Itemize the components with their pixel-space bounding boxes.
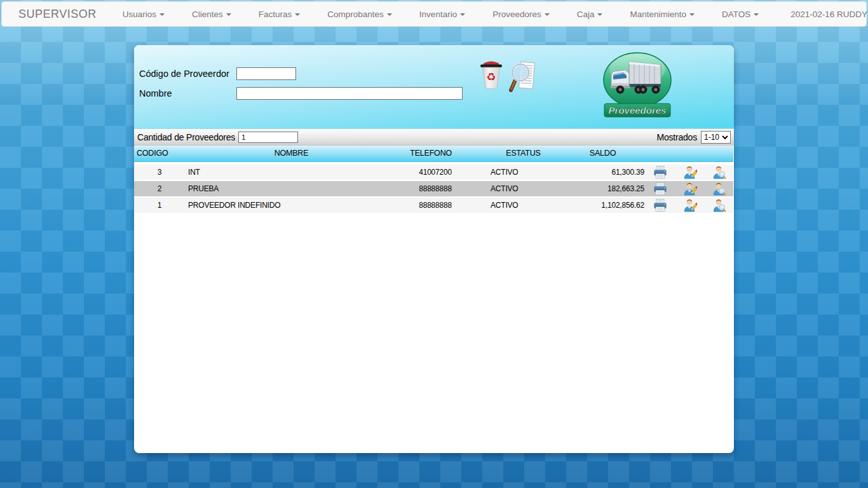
view-user-icon[interactable] <box>711 165 726 180</box>
nav-item-label: Usuarios <box>123 10 156 19</box>
codigo-input[interactable] <box>236 67 296 80</box>
cell-telefono: 88888888 <box>398 180 452 197</box>
nav-item-label: Comprobantes <box>327 10 384 19</box>
view-user-icon[interactable] <box>711 198 726 213</box>
header-saldo[interactable]: SALDO <box>560 146 646 161</box>
nav-item-caja[interactable]: Caja <box>567 10 613 19</box>
cantidad-label: Cantidad de Proveedores <box>137 132 235 142</box>
print-icon[interactable] <box>653 181 668 196</box>
edit-user-icon[interactable] <box>682 198 697 213</box>
header-actions <box>675 146 704 161</box>
cell-codigo: 1 <box>134 197 185 214</box>
cell-codigo: 3 <box>134 165 185 180</box>
table-header-row: CODIGO NOMBRE TELEFONO ESTATUS SALDO <box>134 146 733 161</box>
print-icon[interactable] <box>653 165 668 180</box>
nav-item-label: Proveedores <box>492 10 541 19</box>
header-gap <box>452 146 487 161</box>
chevron-down-icon <box>597 13 602 16</box>
header-actions <box>646 146 675 161</box>
cell-telefono: 88888888 <box>398 197 452 214</box>
cell-estatus: ACTIVO <box>487 197 560 214</box>
nav-item-datos[interactable]: DATOS <box>712 10 768 19</box>
nav-item-label: Mantenimiento <box>630 10 686 19</box>
user-menu[interactable]: 2021-02-16 RUDDY <box>776 10 868 19</box>
nav-item-label: Inventario <box>419 10 457 19</box>
top-navbar: SUPERVISOR Usuarios Clientes Facturas Co… <box>1 1 867 27</box>
cell-estatus: ACTIVO <box>487 165 560 180</box>
user-menu-label: 2021-02-16 RUDDY <box>790 10 867 19</box>
header-actions <box>704 146 733 161</box>
cell-estatus: ACTIVO <box>487 180 560 197</box>
cell-saldo: 61,300.39 <box>560 165 646 180</box>
mostrados-label: Mostrados <box>656 132 697 142</box>
edit-user-icon[interactable] <box>682 165 697 180</box>
nav-item-label: Clientes <box>192 10 223 19</box>
logo-caption: Proveedores <box>609 105 667 116</box>
table-row[interactable]: 1 PROVEEDOR INDEFINIDO 88888888 ACTIVO 1… <box>134 197 733 214</box>
header-estatus[interactable]: ESTATUS <box>487 146 560 161</box>
chevron-down-icon <box>545 13 550 16</box>
chevron-down-icon <box>387 13 392 16</box>
nav-item-usuarios[interactable]: Usuarios <box>113 10 174 19</box>
chevron-down-icon <box>460 13 465 16</box>
cell-saldo: 182,663.25 <box>560 180 646 197</box>
toolbar-strip: Cantidad de Proveedores Mostrados 1-10 <box>134 129 734 146</box>
nav-item-facturas[interactable]: Facturas <box>249 10 310 19</box>
edit-user-icon[interactable] <box>682 181 697 196</box>
chevron-down-icon <box>159 13 165 16</box>
cell-nombre: INT <box>185 165 398 180</box>
nombre-input[interactable] <box>236 87 463 100</box>
brand-title[interactable]: SUPERVISOR <box>2 8 113 21</box>
nav-item-proveedores[interactable]: Proveedores <box>483 10 559 19</box>
search-header: Código de Proveerdor Nombre Proveedores <box>134 45 734 129</box>
nombre-label: Nombre <box>139 88 236 98</box>
trash-recycle-icon[interactable] <box>477 58 505 92</box>
nav-item-comprobantes[interactable]: Comprobantes <box>318 10 402 19</box>
table-row[interactable]: 2 PRUEBA 88888888 ACTIVO 182,663.25 <box>134 180 733 197</box>
cell-codigo: 2 <box>134 180 185 197</box>
nav-item-label: DATOS <box>722 10 750 19</box>
truck-logo-icon: Proveedores <box>602 49 672 123</box>
chevron-down-icon <box>295 13 300 16</box>
nav-menu: Usuarios Clientes Facturas Comprobantes … <box>113 10 777 19</box>
chevron-down-icon <box>226 13 231 16</box>
codigo-label: Código de Proveerdor <box>139 69 236 79</box>
search-document-icon[interactable] <box>509 61 537 95</box>
cell-telefono: 41007200 <box>398 165 452 180</box>
view-user-icon[interactable] <box>711 181 726 196</box>
chevron-down-icon <box>754 13 759 16</box>
proveedores-panel: Código de Proveerdor Nombre Proveedores … <box>134 45 734 453</box>
proveedores-table: CODIGO NOMBRE TELEFONO ESTATUS SALDO 3 I… <box>134 146 733 214</box>
nav-item-clientes[interactable]: Clientes <box>182 10 241 19</box>
table-row[interactable]: 3 INT 41007200 ACTIVO 61,300.39 <box>134 165 733 180</box>
cell-nombre: PRUEBA <box>185 180 398 197</box>
header-telefono[interactable]: TELEFONO <box>398 146 452 161</box>
chevron-down-icon <box>689 13 695 16</box>
print-icon[interactable] <box>653 198 668 213</box>
cell-saldo: 1,102,856.62 <box>560 197 646 214</box>
cantidad-input[interactable] <box>238 132 298 143</box>
cell-nombre: PROVEEDOR INDEFINIDO <box>185 197 398 214</box>
nav-item-label: Facturas <box>259 10 292 19</box>
header-codigo[interactable]: CODIGO <box>134 146 185 161</box>
nav-item-inventario[interactable]: Inventario <box>410 10 475 19</box>
nav-item-mantenimiento[interactable]: Mantenimiento <box>620 10 704 19</box>
mostrados-select[interactable]: 1-10 <box>701 131 731 144</box>
header-nombre[interactable]: NOMBRE <box>185 146 398 161</box>
nav-item-label: Caja <box>577 10 595 19</box>
